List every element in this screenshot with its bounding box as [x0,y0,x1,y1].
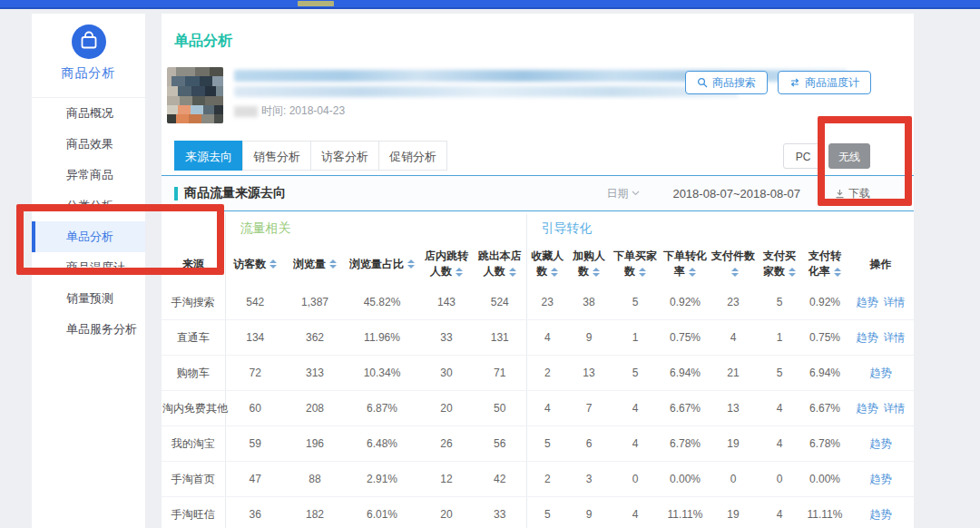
product-thermometer-button[interactable]: 商品温度计 [778,71,871,94]
table-row: 我的淘宝591966.48%26565646.78%1946.78%趋势 [162,426,914,462]
sort-icon[interactable] [329,259,337,269]
metric-cell: 4 [757,497,802,528]
tab-active[interactable]: 来源去向 [174,141,243,171]
date-range-value[interactable]: 2018-08-07~2018-08-07 [672,187,800,200]
metric-cell: 1 [610,320,661,356]
tab[interactable]: 促销分析 [378,141,447,171]
column-header: 浏览量占比 [345,243,419,285]
table-row: 手淘搜索5421,38745.82%143524233850.92%2350.9… [162,285,914,320]
tab-row: 来源去向销售分析访客分析促销分析 PC 无线 [174,141,914,171]
metric-cell: 33 [474,497,526,528]
sidebar-item[interactable]: 异常商品 [32,160,145,191]
tab[interactable]: 访客分析 [310,141,379,171]
actions-cell: 趋势 [848,356,914,391]
sort-icon[interactable] [270,259,277,269]
metric-cell: 542 [225,285,285,320]
sidebar-item[interactable]: 销量预测 [32,283,145,314]
sort-icon[interactable] [789,268,796,277]
trend-link[interactable]: 趋势 [870,367,892,379]
table-row: 直通车13436211.96%331314910.75%410.75%趋势详情 [162,320,914,356]
actions-cell: 趋势 [848,426,914,462]
column-header: 下单买家数 [610,243,661,285]
metric-cell: 0.00% [661,462,710,497]
section-title: 商品流量来源去向 [174,185,286,201]
metric-cell: 36 [225,497,285,528]
source-cell: 淘内免费其他 [162,391,225,426]
trend-link[interactable]: 趋势 [857,296,878,308]
metric-cell: 2.91% [345,462,419,497]
column-group-conversion: 引导转化 [526,214,848,243]
section-accent-bar [174,187,178,200]
sort-icon[interactable] [509,268,516,277]
date-dropdown[interactable]: 日期 [606,186,640,201]
detail-link[interactable]: 详情 [884,402,906,415]
metric-cell: 0.75% [661,320,710,356]
metric-cell: 5 [526,497,568,528]
metric-cell: 2 [526,462,568,497]
source-cell: 手淘首页 [162,462,225,497]
actions-cell: 趋势详情 [848,320,914,356]
sort-icon[interactable] [593,268,600,277]
metric-cell: 4 [710,320,757,356]
group-header-spacer [848,214,914,243]
metric-cell: 524 [474,285,526,320]
sidebar-item[interactable]: 商品概况 [32,98,145,129]
source-cell: 手淘搜索 [162,285,225,320]
sidebar-item[interactable]: 商品效果 [32,129,145,160]
metric-cell: 0.92% [802,285,848,320]
annotation-box-sidebar [16,204,224,275]
section-header: 商品流量来源去向 日期 2018-08-07~2018-08-07 下载 [162,175,914,211]
actions-cell: 趋势 [848,497,914,528]
trend-link[interactable]: 趋势 [870,473,892,485]
detail-link[interactable]: 详情 [884,331,906,344]
tab[interactable]: 销售分析 [242,141,311,171]
trend-link[interactable]: 趋势 [857,402,878,415]
sort-icon[interactable] [551,268,558,277]
sort-icon[interactable] [731,268,739,277]
metric-cell: 5 [610,285,661,320]
actions-cell: 趋势 [848,462,914,497]
sort-icon[interactable] [834,268,841,277]
trend-link[interactable]: 趋势 [870,508,892,521]
product-thumbnail [167,67,223,123]
table-row: 手淘首页47882.91%12422300.00%000.00%趋势 [162,462,914,497]
product-search-button[interactable]: 商品搜索 [685,71,768,94]
metric-cell: 6.78% [661,426,710,462]
trend-link[interactable]: 趋势 [870,437,892,450]
metric-cell: 6.67% [661,391,710,426]
column-header: 下单转化率 [661,243,710,285]
metric-cell: 4 [610,391,661,426]
metric-cell: 4 [526,391,568,426]
analysis-tabs: 来源去向销售分析访客分析促销分析 [174,141,447,171]
metric-cell: 23 [710,285,757,320]
metric-cell: 208 [285,391,345,426]
metric-cell: 7 [568,391,610,426]
column-header-label: 下单买家数 [613,249,657,278]
metric-cell: 1 [757,320,802,356]
sort-icon[interactable] [407,259,415,269]
metric-cell: 20 [419,497,474,528]
search-icon [697,77,708,88]
metric-cell: 5 [610,356,661,391]
traffic-source-table: 流量相关引导转化来源访客数浏览量浏览量占比店内跳转人数跳出本店人数收藏人数加购人… [162,214,914,528]
trend-link[interactable]: 趋势 [857,331,878,344]
column-header-label: 访客数 [233,258,266,270]
metric-cell: 0.92% [661,285,710,320]
metric-cell: 45.82% [345,285,419,320]
product-summary: 时间: 2018-04-23 商品搜索 商品温度计 [167,67,914,125]
metric-cell: 4 [610,497,661,528]
metric-cell: 6.01% [345,497,419,528]
detail-link[interactable]: 详情 [884,296,906,308]
redacted-label-chip [234,106,258,117]
metric-cell: 26 [419,426,474,462]
sort-icon[interactable] [689,268,696,277]
metric-cell: 6.67% [802,391,848,426]
sort-icon[interactable] [639,268,646,277]
annotation-box-toggle-download [818,116,912,206]
column-header-actions: 操作 [848,243,914,285]
metric-cell: 47 [225,462,285,497]
column-header: 加购人数 [568,243,610,285]
sort-icon[interactable] [456,268,463,277]
metric-cell: 0 [757,462,802,497]
sidebar-item[interactable]: 单品服务分析 [32,314,145,345]
